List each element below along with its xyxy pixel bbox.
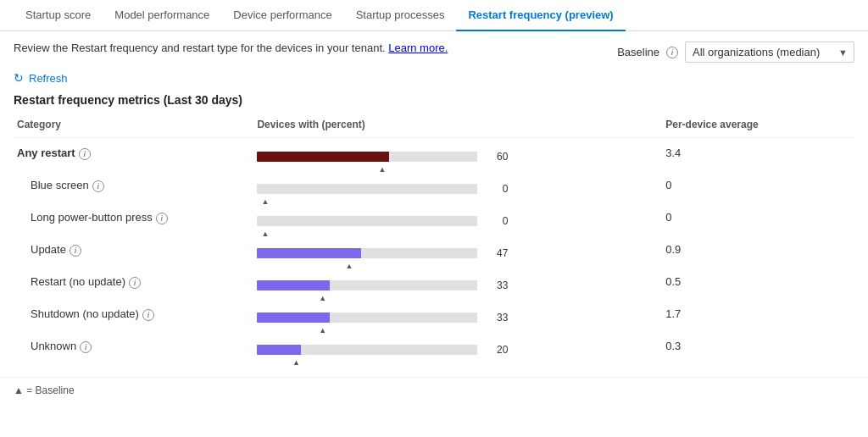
- bar-track-update: 47: [257, 248, 477, 258]
- col-header-category: Category: [14, 115, 253, 138]
- section-title: Restart frequency metrics (Last 30 days): [14, 93, 854, 107]
- row-category-unknown: Unknowni: [14, 331, 253, 357]
- bar-value-any-restart: 60: [497, 151, 508, 163]
- per-device-blue-screen: 0: [662, 170, 854, 196]
- spacer-row: [14, 260, 854, 267]
- header-area: Review the Restart frequency and restart…: [0, 31, 868, 66]
- bar-value-shutdown-no-update: 33: [497, 312, 508, 324]
- table-row: Long power-button pressi0▲0: [14, 202, 854, 228]
- baseline-select-wrapper: All organizations (median)Custom baselin…: [685, 41, 854, 63]
- bar-track-any-restart: 60: [257, 152, 477, 162]
- baseline-marker-update: ▲: [345, 262, 353, 270]
- spacer-row: [14, 357, 854, 363]
- table-row: Unknowni20▲0.3: [14, 331, 854, 357]
- category-label-blue-screen: Blue screen: [31, 179, 89, 191]
- row-category-long-power-button: Long power-button pressi: [14, 202, 253, 228]
- bar-fill-restart-no-update: [257, 280, 330, 290]
- baseline-info-icon[interactable]: i: [666, 47, 678, 58]
- spacer-row: [14, 292, 854, 299]
- header-description: Review the Restart frequency and restart…: [14, 41, 448, 54]
- bar-track-restart-no-update: 33: [257, 280, 477, 290]
- tab-startup-processes[interactable]: Startup processes: [344, 0, 457, 31]
- bar-cell-unknown: 20▲: [253, 331, 662, 357]
- info-icon-blue-screen[interactable]: i: [92, 180, 104, 192]
- baseline-marker-long-power-button: ▲: [262, 230, 270, 238]
- refresh-button[interactable]: ↻ Refresh: [0, 66, 81, 90]
- bar-cell-long-power-button: 0▲: [253, 202, 662, 228]
- col-header-per-device: Per-device average: [662, 115, 854, 138]
- spacer-row: [14, 324, 854, 331]
- bar-value-unknown: 20: [497, 344, 508, 356]
- bar-fill-update: [257, 248, 360, 258]
- bar-value-long-power-button: 0: [503, 215, 509, 227]
- spacer-row: [14, 163, 854, 170]
- baseline-marker-any-restart: ▲: [378, 165, 386, 174]
- info-icon-update[interactable]: i: [70, 245, 81, 257]
- category-label-any-restart: Any restart: [17, 147, 75, 159]
- per-device-restart-no-update: 0.5: [662, 267, 854, 292]
- bar-value-update: 47: [497, 247, 508, 259]
- bar-container-update: 47▲: [257, 243, 477, 258]
- baseline-control: Baseline i All organizations (median)Cus…: [617, 41, 854, 63]
- spacer-row: [14, 196, 854, 202]
- per-device-shutdown-no-update: 1.7: [662, 299, 854, 324]
- per-device-unknown: 0.3: [662, 331, 854, 357]
- bar-container-shutdown-no-update: 33▲: [257, 307, 477, 323]
- baseline-marker-blue-screen: ▲: [262, 197, 270, 206]
- bar-cell-any-restart: 60▲: [253, 138, 662, 164]
- bar-fill-shutdown-no-update: [257, 313, 330, 323]
- info-icon-restart-no-update[interactable]: i: [129, 277, 141, 289]
- col-header-devices: Devices with (percent): [253, 115, 662, 138]
- row-category-shutdown-no-update: Shutdown (no update)i: [14, 299, 253, 324]
- bar-track-blue-screen: 0: [257, 184, 477, 194]
- per-device-update: 0.9: [662, 235, 854, 260]
- main-content: Restart frequency metrics (Last 30 days)…: [0, 90, 868, 373]
- bar-fill-unknown: [257, 345, 301, 355]
- baseline-label: Baseline: [617, 46, 659, 58]
- table-row: Shutdown (no update)i33▲1.7: [14, 299, 854, 324]
- metrics-table: Category Devices with (percent) Per-devi…: [14, 115, 854, 363]
- refresh-icon: ↻: [14, 71, 24, 85]
- tab-model-performance[interactable]: Model performance: [103, 0, 221, 31]
- baseline-marker-shutdown-no-update: ▲: [319, 326, 326, 335]
- bar-fill-any-restart: [257, 152, 389, 162]
- bar-container-any-restart: 60▲: [257, 147, 477, 162]
- info-icon-unknown[interactable]: i: [80, 341, 92, 353]
- baseline-select[interactable]: All organizations (median)Custom baselin…: [685, 41, 854, 63]
- learn-more-link[interactable]: Learn more.: [388, 41, 448, 54]
- row-category-blue-screen: Blue screeni: [14, 170, 253, 196]
- tab-startup-score[interactable]: Startup score: [14, 0, 103, 31]
- bar-container-unknown: 20▲: [257, 340, 477, 355]
- category-label-unknown: Unknown: [31, 340, 76, 352]
- row-category-update: Updatei: [14, 235, 253, 260]
- bar-track-shutdown-no-update: 33: [257, 313, 477, 323]
- table-row: Updatei47▲0.9: [14, 235, 854, 260]
- category-label-update: Update: [31, 243, 66, 256]
- table-row: Restart (no update)i33▲0.5: [14, 267, 854, 292]
- baseline-marker-unknown: ▲: [292, 358, 300, 367]
- tab-device-performance[interactable]: Device performance: [221, 0, 343, 31]
- row-category-restart-no-update: Restart (no update)i: [14, 267, 253, 292]
- nav-tabs: Startup scoreModel performanceDevice per…: [0, 0, 868, 31]
- category-label-shutdown-no-update: Shutdown (no update): [31, 307, 139, 320]
- baseline-marker-restart-no-update: ▲: [319, 294, 326, 302]
- category-label-long-power-button: Long power-button press: [31, 211, 153, 224]
- info-icon-long-power-button[interactable]: i: [156, 213, 168, 224]
- bar-container-blue-screen: 0▲: [257, 179, 477, 194]
- bar-cell-update: 47▲: [253, 235, 662, 260]
- info-icon-any-restart[interactable]: i: [79, 148, 91, 160]
- info-icon-shutdown-no-update[interactable]: i: [142, 309, 154, 321]
- table-header-row: Category Devices with (percent) Per-devi…: [14, 115, 854, 138]
- bar-cell-blue-screen: 0▲: [253, 170, 662, 196]
- refresh-label: Refresh: [29, 72, 68, 85]
- tab-restart-frequency[interactable]: Restart frequency (preview): [456, 0, 625, 31]
- table-row: Any restarti60▲3.4: [14, 138, 854, 164]
- spacer-row: [14, 228, 854, 235]
- row-category-any-restart: Any restarti: [14, 138, 253, 164]
- bar-cell-restart-no-update: 33▲: [253, 267, 662, 292]
- bar-value-restart-no-update: 33: [497, 279, 508, 291]
- bar-container-restart-no-update: 33▲: [257, 275, 477, 290]
- description-text: Review the Restart frequency and restart…: [14, 41, 388, 54]
- per-device-any-restart: 3.4: [662, 138, 854, 164]
- bar-value-blue-screen: 0: [503, 183, 509, 195]
